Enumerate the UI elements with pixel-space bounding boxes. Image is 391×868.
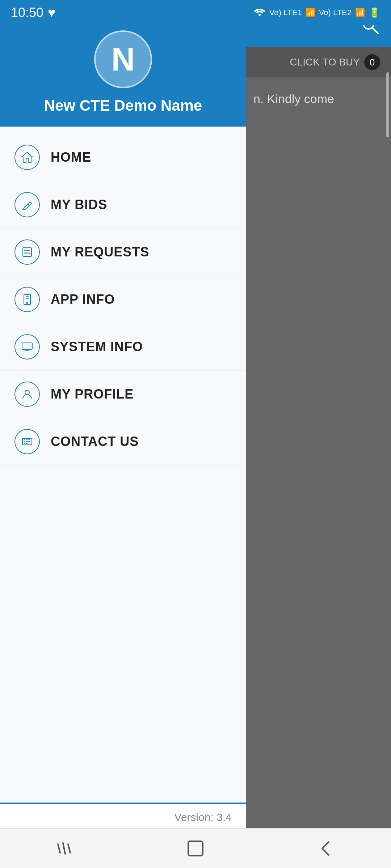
click-to-buy-bar[interactable]: CLICK TO BUY 0: [246, 47, 391, 77]
home-icon: [14, 145, 40, 170]
svg-line-26: [373, 28, 378, 33]
wifi-icon: [253, 7, 266, 19]
svg-point-13: [25, 390, 29, 395]
svg-point-0: [258, 14, 261, 16]
signal1-icon: 📶: [306, 8, 315, 17]
buy-count-badge: 0: [364, 54, 380, 70]
svg-rect-30: [188, 841, 203, 856]
my-profile-label: MY PROFILE: [51, 387, 134, 402]
contact-us-label: CONTACT US: [51, 434, 139, 449]
status-icons: Vo) LTE1 📶 Vo) LTE2 📶 🔋: [253, 7, 380, 19]
svg-line-28: [63, 843, 65, 854]
bottom-nav-home[interactable]: [181, 834, 210, 863]
heart-icon: ♥: [48, 5, 55, 20]
my-requests-label: MY REQUESTS: [51, 244, 149, 260]
battery-icon: 🔋: [369, 7, 380, 18]
app-info-label: APP INFO: [51, 292, 115, 307]
my-bids-label: MY BIDS: [51, 197, 107, 212]
drawer: N New CTE Demo Name HOME MY BIDS: [0, 0, 246, 868]
status-time: 10:50 ♥: [11, 5, 55, 20]
profile-icon: [14, 382, 40, 407]
bids-icon: [14, 192, 40, 217]
svg-rect-6: [24, 294, 30, 305]
lte2-label: Vo) LTE2: [319, 8, 352, 17]
app-info-icon: [14, 287, 40, 312]
main-body: n. Kindly come: [246, 77, 391, 868]
drawer-menu: HOME MY BIDS: [0, 127, 246, 803]
main-content: CLICK TO BUY 0 n. Kindly come: [246, 0, 391, 868]
system-info-label: SYSTEM INFO: [51, 339, 143, 354]
signal2-icon: 📶: [355, 8, 365, 17]
avatar: N: [94, 30, 152, 88]
contact-icon: [14, 429, 40, 454]
avatar-letter: N: [112, 41, 135, 78]
sidebar-item-my-requests[interactable]: MY REQUESTS: [0, 229, 246, 276]
click-to-buy-text: CLICK TO BUY: [290, 56, 360, 68]
time-display: 10:50: [11, 5, 43, 20]
svg-line-27: [58, 844, 60, 853]
sidebar-item-app-info[interactable]: APP INFO: [0, 276, 246, 323]
sidebar-item-my-profile[interactable]: MY PROFILE: [0, 371, 246, 418]
bottom-nav-menu[interactable]: [51, 834, 80, 863]
requests-icon: [14, 239, 40, 265]
svg-point-7: [26, 302, 28, 304]
scroll-indicator[interactable]: [386, 72, 389, 137]
sidebar-item-my-bids[interactable]: MY BIDS: [0, 181, 246, 229]
user-name: New CTE Demo Name: [44, 97, 202, 114]
buy-count: 0: [370, 57, 375, 68]
bottom-nav-back[interactable]: [311, 834, 340, 863]
sidebar-item-home[interactable]: HOME: [0, 134, 246, 181]
sidebar-item-contact-us[interactable]: CONTACT US: [0, 418, 246, 465]
lte1-label: Vo) LTE1: [269, 8, 302, 17]
version-text: Version: 3.4: [14, 811, 232, 824]
svg-rect-10: [22, 343, 32, 349]
home-label: HOME: [51, 150, 91, 165]
bottom-nav: [0, 828, 391, 868]
sidebar-item-system-info[interactable]: SYSTEM INFO: [0, 323, 246, 371]
svg-line-29: [68, 844, 70, 853]
status-bar: 10:50 ♥ Vo) LTE1 📶 Vo) LTE2 📶 🔋: [0, 0, 391, 25]
system-info-icon: [14, 334, 40, 359]
body-text: n. Kindly come: [253, 92, 334, 106]
